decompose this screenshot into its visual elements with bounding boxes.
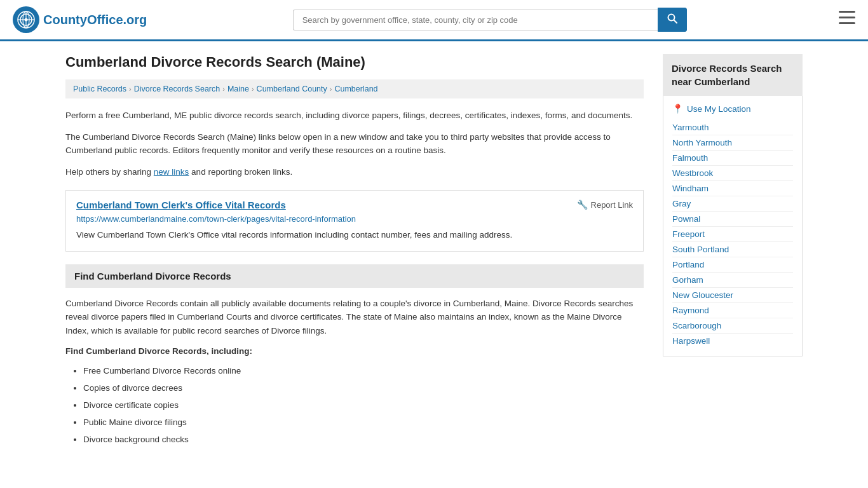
svg-rect-10 [839,22,855,24]
pin-icon: 📍 [672,104,683,114]
find-records-subhead: Find Cumberland Divorce Records, includi… [65,346,644,356]
desc-para3-pre: Help others by sharing [65,167,154,177]
records-list-item: Free Cumberland Divorce Records online [83,362,644,379]
use-my-location-link[interactable]: 📍 Use My Location [672,104,793,114]
sidebar-links: YarmouthNorth YarmouthFalmouthWestbrookW… [672,120,793,348]
main-layout: Cumberland Divorce Records Search (Maine… [53,41,815,448]
svg-line-7 [674,20,677,24]
desc-para3-post: and reporting broken links. [189,167,292,177]
svg-rect-8 [839,11,855,13]
sidebar-link-raymond[interactable]: Raymond [672,303,793,318]
use-my-location-label: Use My Location [687,104,751,114]
record-link-title[interactable]: Cumberland Town Clerk's Office Vital Rec… [76,200,286,210]
logo-text: CountyOffice.org [43,13,147,27]
sidebar-link-gorham[interactable]: Gorham [672,273,793,288]
breadcrumb-cumberland-county[interactable]: Cumberland County [257,85,327,93]
svg-rect-9 [839,17,855,18]
sidebar-link-north-yarmouth[interactable]: North Yarmouth [672,135,793,151]
breadcrumb-divorce-records-search[interactable]: Divorce Records Search [134,85,220,93]
header: CountyOffice.org [0,0,868,41]
breadcrumb-sep-4: › [330,85,332,93]
sidebar-link-harpswell[interactable]: Harpswell [672,334,793,348]
sidebar-link-portland[interactable]: Portland [672,257,793,273]
find-records-header: Find Cumberland Divorce Records [65,264,644,288]
record-link-desc: View Cumberland Town Clerk's Office vita… [76,229,633,241]
sidebar-link-yarmouth[interactable]: Yarmouth [672,120,793,135]
search-input[interactable] [293,10,658,30]
find-records-section: Find Cumberland Divorce Records Cumberla… [65,264,644,449]
records-list-item: Divorce background checks [83,431,644,448]
search-icon [667,13,677,24]
find-records-desc: Cumberland Divorce Records contain all p… [65,297,644,338]
logo-brand: CountyOffice [43,13,123,27]
sidebar-link-new-gloucester[interactable]: New Gloucester [672,288,793,303]
records-list-item: Divorce certificate copies [83,396,644,414]
breadcrumb-sep-3: › [252,85,254,93]
sidebar-link-gray[interactable]: Gray [672,196,793,212]
sidebar-link-pownal[interactable]: Pownal [672,212,793,227]
report-link-label: Report Link [591,200,633,210]
sidebar-link-south-portland[interactable]: South Portland [672,242,793,257]
records-list: Free Cumberland Divorce Records onlineCo… [65,362,644,448]
description-para3: Help others by sharing new links and rep… [65,165,644,179]
sidebar: Divorce Records Search near Cumberland 📍… [663,54,803,448]
record-link-block: 🔧 Report Link Cumberland Town Clerk's Of… [65,190,644,251]
sidebar-header: Divorce Records Search near Cumberland [663,54,803,96]
logo-area: CountyOffice.org [13,6,147,33]
search-button[interactable] [658,8,687,32]
sidebar-link-westbrook[interactable]: Westbrook [672,166,793,181]
logo-icon [13,6,39,33]
wrench-icon: 🔧 [577,200,588,210]
sidebar-content: 📍 Use My Location YarmouthNorth Yarmouth… [663,96,803,356]
description-para1: Perform a free Cumberland, ME public div… [65,109,644,123]
main-content: Cumberland Divorce Records Search (Maine… [65,54,644,448]
breadcrumb: Public Records › Divorce Records Search … [65,79,644,98]
records-list-item: Public Maine divorce filings [83,414,644,431]
hamburger-menu[interactable] [839,11,855,29]
records-list-item: Copies of divorce decrees [83,379,644,396]
breadcrumb-sep-2: › [222,85,225,93]
record-link-url[interactable]: https://www.cumberlandmaine.com/town-cle… [76,214,633,224]
breadcrumb-cumberland[interactable]: Cumberland [334,85,377,93]
sidebar-link-freeport[interactable]: Freeport [672,227,793,242]
breadcrumb-sep-1: › [129,85,132,93]
page-title: Cumberland Divorce Records Search (Maine… [65,54,644,71]
new-links-link[interactable]: new links [154,167,189,177]
sidebar-link-scarborough[interactable]: Scarborough [672,318,793,334]
logo-org: .org [123,13,147,27]
sidebar-link-falmouth[interactable]: Falmouth [672,151,793,166]
breadcrumb-maine[interactable]: Maine [227,85,249,93]
report-link-button[interactable]: 🔧 Report Link [577,200,633,210]
description-para2: The Cumberland Divorce Records Search (M… [65,130,644,158]
svg-point-5 [25,18,28,22]
search-area [293,8,687,32]
sidebar-link-windham[interactable]: Windham [672,181,793,196]
breadcrumb-public-records[interactable]: Public Records [73,85,126,93]
